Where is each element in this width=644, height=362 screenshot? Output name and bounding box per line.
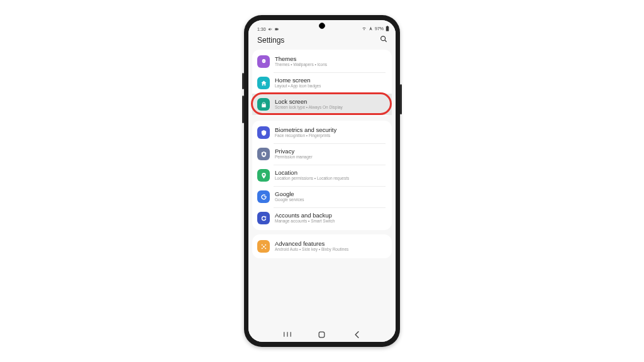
settings-group: Advanced featuresAndroid Auto • Side key… — [252, 234, 392, 258]
settings-item-subtitle: Themes • Wallpapers • Icons — [275, 62, 327, 67]
privacy-icon — [257, 148, 270, 160]
accounts-icon — [257, 212, 270, 224]
front-camera — [319, 23, 325, 29]
mute-icon — [268, 27, 272, 31]
bixby-button — [242, 73, 244, 89]
svg-point-7 — [265, 248, 266, 249]
settings-item-privacy[interactable]: PrivacyPermission manager — [252, 143, 392, 165]
svg-point-5 — [261, 244, 262, 245]
settings-item-title: Lock screen — [275, 98, 343, 105]
search-button[interactable] — [379, 35, 388, 46]
home-icon — [318, 331, 325, 338]
advanced-icon — [257, 240, 270, 253]
svg-point-4 — [263, 246, 265, 248]
settings-item-title: Privacy — [275, 148, 313, 155]
home-screen-icon — [257, 77, 270, 89]
svg-point-8 — [261, 248, 262, 249]
recents-button[interactable] — [283, 330, 292, 339]
settings-item-title: Biometrics and security — [275, 126, 336, 133]
settings-item-lock-screen[interactable]: Lock screenScreen lock type • Always On … — [252, 94, 392, 115]
battery-icon — [386, 26, 389, 31]
settings-item-themes[interactable]: ThemesThemes • Wallpapers • Icons — [252, 51, 392, 72]
home-button[interactable] — [318, 330, 326, 339]
page-title: Settings — [257, 36, 284, 45]
settings-item-subtitle: Face recognition • Fingerprints — [275, 133, 336, 138]
wifi-icon — [362, 26, 367, 31]
settings-item-advanced[interactable]: Advanced featuresAndroid Auto • Side key… — [252, 236, 392, 257]
themes-icon — [257, 55, 270, 68]
location-status-icon — [369, 26, 373, 31]
back-icon — [354, 331, 360, 338]
lock-screen-icon — [257, 98, 270, 111]
settings-item-subtitle: Layout • App icon badges — [275, 84, 321, 89]
settings-item-biometrics[interactable]: Biometrics and securityFace recognition … — [252, 122, 392, 143]
svg-rect-0 — [386, 26, 389, 31]
settings-item-subtitle: Google services — [275, 197, 304, 202]
svg-line-3 — [385, 40, 387, 42]
biometrics-icon — [257, 126, 270, 139]
settings-group: ThemesThemes • Wallpapers • IconsHome sc… — [252, 50, 392, 116]
settings-list[interactable]: ThemesThemes • Wallpapers • IconsHome sc… — [248, 50, 396, 327]
settings-item-title: Advanced features — [275, 240, 348, 247]
video-icon — [274, 27, 279, 31]
settings-group: Biometrics and securityFace recognition … — [252, 121, 392, 230]
settings-item-title: Themes — [275, 55, 327, 62]
power-button — [400, 84, 402, 114]
settings-item-title: Accounts and backup — [275, 212, 335, 219]
settings-item-subtitle: Android Auto • Side key • Bixby Routines — [275, 247, 348, 252]
settings-item-subtitle: Location permissions • Location requests — [275, 176, 349, 181]
clock: 1:30 — [257, 27, 266, 31]
svg-rect-1 — [387, 26, 388, 26]
svg-rect-12 — [319, 332, 325, 337]
settings-item-subtitle: Manage accounts • Smart Switch — [275, 219, 335, 224]
phone-frame: 1:30 97% Settings ThemesThemes • Wallpap… — [244, 15, 400, 347]
page-header: Settings — [248, 31, 396, 50]
settings-item-title: Location — [275, 169, 349, 176]
settings-item-subtitle: Permission manager — [275, 155, 313, 160]
recents-icon — [284, 331, 291, 337]
volume-rocker — [242, 96, 244, 123]
google-icon — [257, 190, 270, 203]
navigation-bar — [248, 327, 396, 342]
settings-item-home-screen[interactable]: Home screenLayout • App icon badges — [252, 72, 392, 94]
settings-item-title: Google — [275, 190, 304, 197]
settings-item-title: Home screen — [275, 77, 321, 84]
svg-point-2 — [381, 36, 386, 41]
back-button[interactable] — [352, 330, 361, 339]
battery-percent: 97% — [375, 26, 384, 31]
settings-item-accounts[interactable]: Accounts and backupManage accounts • Sma… — [252, 207, 392, 229]
settings-item-google[interactable]: GoogleGoogle services — [252, 186, 392, 207]
settings-item-location[interactable]: LocationLocation permissions • Location … — [252, 165, 392, 186]
screen: 1:30 97% Settings ThemesThemes • Wallpap… — [248, 20, 396, 342]
search-icon — [379, 35, 388, 43]
settings-item-subtitle: Screen lock type • Always On Display — [275, 105, 343, 110]
svg-point-6 — [265, 244, 266, 245]
location-icon — [257, 169, 270, 182]
